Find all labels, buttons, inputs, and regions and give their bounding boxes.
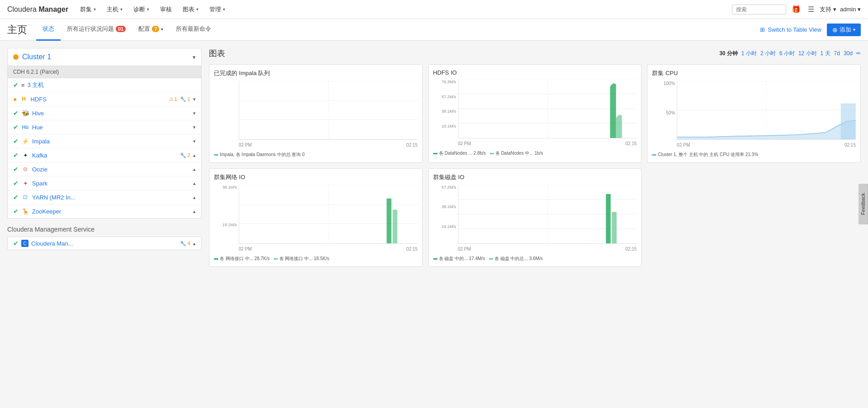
service-name-yarn[interactable]: YARN (MR2 In... bbox=[32, 194, 190, 201]
chart-legend-hdfs: 各 DataNodes ... 2.8b/s 各 DataNodes 中... … bbox=[433, 150, 637, 157]
hdfs-fix-badge: 🔧 1 bbox=[180, 96, 190, 102]
service-name-oozie[interactable]: Oozie bbox=[32, 166, 190, 173]
list-icon[interactable]: ☰ bbox=[806, 4, 816, 14]
chart-legend-impala: Impala, 各 Impala Daemons 中的总 查询 0 bbox=[214, 152, 418, 158]
chart-content-hdfs bbox=[458, 80, 637, 138]
tab-health-label: 所有运行状况问题 bbox=[67, 25, 114, 33]
tab-config[interactable]: 配置 7 ▾ bbox=[132, 19, 170, 41]
service-item-kafka[interactable]: ✔ ✦ Kafka 🔧 2 ▴ bbox=[8, 148, 201, 162]
tab-health-issues[interactable]: 所有运行状况问题 01 bbox=[61, 19, 132, 41]
switch-table-label: Switch to Table View bbox=[768, 26, 821, 33]
chevron-up-icon[interactable]: ▴ bbox=[193, 152, 196, 158]
time-30min-button[interactable]: 30 分钟 bbox=[719, 50, 738, 57]
management-service-name[interactable]: Cloudera Man... bbox=[31, 240, 177, 247]
time-edit-icon[interactable]: ✏ bbox=[856, 50, 861, 57]
chart-area-impala: 02 PM 02:15 bbox=[214, 81, 418, 149]
zookeeper-icon: 🦒 bbox=[21, 207, 29, 215]
service-name-zookeeper[interactable]: ZooKeeper bbox=[32, 208, 190, 215]
chevron-up-icon[interactable]: ▴ bbox=[193, 209, 196, 214]
legend-color bbox=[214, 258, 218, 260]
chart-content-impala bbox=[239, 81, 418, 140]
chevron-up-icon[interactable]: ▴ bbox=[193, 241, 196, 247]
chevron-down-icon: ▾ bbox=[147, 7, 149, 12]
feedback-label[interactable]: Feedback bbox=[859, 184, 868, 224]
service-item-zookeeper[interactable]: ✔ 🦒 ZooKeeper ▴ bbox=[8, 204, 201, 218]
service-name-hue[interactable]: Hue bbox=[32, 124, 190, 131]
service-name-impala[interactable]: Impala bbox=[32, 138, 190, 145]
service-name-kafka[interactable]: Kafka bbox=[32, 152, 177, 159]
nav-diagnostics[interactable]: 诊断 ▾ bbox=[129, 0, 154, 19]
add-button[interactable]: ⊕ 添加 ▾ bbox=[827, 24, 861, 36]
status-ok-icon: ✔ bbox=[13, 166, 19, 173]
nav-hosts[interactable]: 主机 ▾ bbox=[102, 0, 127, 19]
support-button[interactable]: 支持 ▾ bbox=[820, 5, 836, 14]
chart-legend-cpu: Cluster 1, 整个 主机 中的 主机 CPU 使用率 21.3% bbox=[652, 152, 856, 158]
service-name-hive[interactable]: Hive bbox=[32, 110, 190, 117]
time-1h-button[interactable]: 1 小时 bbox=[741, 50, 757, 57]
tab-right-actions: ⊞ Switch to Table View ⊕ 添加 ▾ bbox=[760, 24, 861, 36]
time-12h-button[interactable]: 12 小时 bbox=[798, 50, 817, 57]
kafka-fix-badge: 🔧 2 bbox=[180, 152, 190, 158]
cluster-header[interactable]: Cluster 1 ▾ bbox=[7, 48, 202, 66]
legend-text: 各 DataNodes ... 2.8b/s bbox=[439, 150, 486, 157]
x-labels-cpu: 02 PM 02:15 bbox=[677, 141, 856, 149]
nav-cluster[interactable]: 群集 ▾ bbox=[75, 0, 100, 19]
cluster-section: Cluster 1 ▾ CDH 6.2.1 (Parcel) ✔ ≡ 3 主机 … bbox=[7, 48, 202, 218]
tab-config-label: 配置 bbox=[138, 25, 150, 33]
hosts-link[interactable]: 3 主机 bbox=[28, 81, 44, 89]
service-item-yarn[interactable]: ✔ ⚀ YARN (MR2 In... ▴ bbox=[8, 190, 201, 204]
hosts-row[interactable]: ✔ ≡ 3 主机 bbox=[8, 78, 201, 92]
chevron-down-icon: ▾ bbox=[853, 27, 855, 32]
svg-marker-11 bbox=[616, 114, 622, 138]
service-item-hdfs[interactable]: ● H HDFS ⚠ 1 🔧 1 ▾ bbox=[8, 92, 201, 106]
time-7d-button[interactable]: 7d bbox=[834, 50, 840, 57]
admin-button[interactable]: admin ▾ bbox=[840, 6, 861, 13]
oozie-icon: ⊙ bbox=[21, 165, 29, 173]
service-list: ✔ ≡ 3 主机 ● H HDFS ⚠ 1 🔧 1 ▾ ✔ 🐝 Hi bbox=[7, 78, 202, 218]
chevron-up-icon[interactable]: ▴ bbox=[193, 195, 196, 200]
legend-item: 各 网络接口 中... 28.7K/s bbox=[214, 256, 270, 262]
chevron-up-icon[interactable]: ▴ bbox=[193, 180, 196, 186]
chevron-down-icon[interactable]: ▾ bbox=[193, 110, 196, 116]
service-item-impala[interactable]: ✔ ⚡ Impala ▾ bbox=[8, 134, 201, 148]
switch-table-button[interactable]: ⊞ Switch to Table View bbox=[760, 26, 821, 33]
management-item[interactable]: ✔ C Cloudera Man... 🔧 4 ▴ bbox=[7, 237, 202, 250]
search-input[interactable] bbox=[732, 5, 786, 14]
cluster-name[interactable]: Cluster 1 bbox=[22, 53, 189, 61]
status-ok-icon: ✔ bbox=[13, 152, 19, 159]
time-6h-button[interactable]: 6 小时 bbox=[779, 50, 795, 57]
status-ok-icon: ✔ bbox=[13, 194, 19, 201]
svg-rect-22 bbox=[387, 199, 392, 243]
service-item-spark[interactable]: ✔ ✦ Spark ▴ bbox=[8, 176, 201, 190]
chevron-down-icon: ▾ bbox=[120, 7, 123, 12]
nav-management[interactable]: 管理 ▾ bbox=[205, 0, 230, 19]
add-label: 添加 bbox=[840, 26, 851, 34]
chart-title-disk: 群集磁盘 IO bbox=[433, 173, 637, 181]
chevron-down-icon[interactable]: ▾ bbox=[193, 96, 196, 102]
chevron-down-icon[interactable]: ▾ bbox=[193, 124, 196, 130]
service-item-hive[interactable]: ✔ 🐝 Hive ▾ bbox=[8, 106, 201, 120]
chevron-down-icon[interactable]: ▾ bbox=[193, 138, 196, 144]
time-30d-button[interactable]: 30d bbox=[844, 50, 853, 57]
legend-color bbox=[490, 153, 494, 154]
chevron-down-icon[interactable]: ▾ bbox=[193, 54, 196, 61]
gift-icon[interactable]: 🎁 bbox=[790, 4, 802, 14]
service-item-hue[interactable]: ✔ Hü Hue ▾ bbox=[8, 120, 201, 134]
service-name-hdfs[interactable]: HDFS bbox=[30, 96, 166, 103]
legend-item: 各 磁盘 中的总... 3.6M/s bbox=[489, 256, 543, 262]
chevron-up-icon[interactable]: ▴ bbox=[193, 166, 196, 172]
time-1d-button[interactable]: 1 天 bbox=[821, 50, 830, 57]
chart-title-network: 群集网络 IO bbox=[214, 173, 418, 181]
status-warn-icon: ● bbox=[13, 95, 17, 103]
nav-charts[interactable]: 图表 ▾ bbox=[178, 0, 203, 19]
tab-status[interactable]: 状态 bbox=[36, 19, 61, 41]
service-item-oozie[interactable]: ✔ ⊙ Oozie ▴ bbox=[8, 162, 201, 176]
service-name-spark[interactable]: Spark bbox=[32, 180, 190, 187]
chart-area-network: 38.1M/s 19.1M/s bbox=[214, 185, 418, 253]
tab-commands[interactable]: 所有最新命令 bbox=[170, 19, 217, 41]
cdh-version-bar: CDH 6.2.1 (Parcel) bbox=[7, 66, 202, 78]
feedback-tab[interactable]: Feedback bbox=[859, 184, 868, 224]
chart-card-cluster-network: 群集网络 IO 38.1M/s 19.1M/s bbox=[209, 168, 423, 267]
time-2h-button[interactable]: 2 小时 bbox=[760, 50, 776, 57]
nav-audit[interactable]: 审核 bbox=[156, 0, 176, 19]
